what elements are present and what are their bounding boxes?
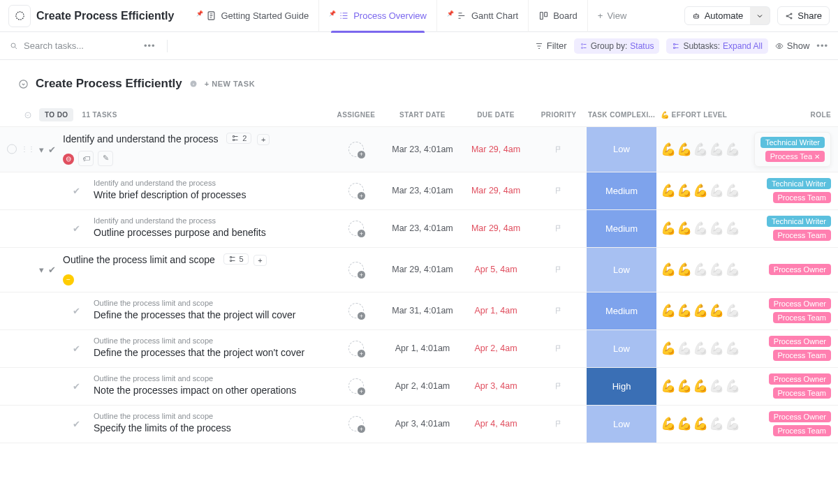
toolbar-more-icon[interactable]: ••• [816, 40, 828, 51]
cell-complexity[interactable]: Medium [587, 172, 656, 209]
assignee-placeholder-icon[interactable] [348, 221, 364, 236]
cell-start-date[interactable]: Apr 3, 4:01am [384, 419, 461, 429]
cell-effort[interactable]: 💪💪💪💪💪 [656, 378, 754, 394]
cell-assignee[interactable] [328, 303, 384, 318]
cell-due-date[interactable]: Apr 4, 4am [461, 419, 531, 429]
col-start[interactable]: START DATE [384, 111, 461, 119]
cell-start-date[interactable]: Mar 23, 4:01am [384, 144, 461, 154]
role-tag[interactable]: Process Team [773, 387, 832, 399]
cell-role[interactable]: Process OwnerProcess Team [754, 336, 838, 361]
status-pill[interactable]: TO DO [39, 108, 73, 121]
tab-board[interactable]: Board [528, 0, 587, 32]
search-input[interactable] [24, 40, 135, 51]
check-icon[interactable]: ✔ [73, 186, 80, 196]
cell-priority[interactable] [531, 186, 587, 195]
cell-assignee[interactable] [328, 262, 384, 277]
cell-role[interactable]: Technical WriterProcess Team [754, 178, 838, 203]
col-priority[interactable]: PRIORITY [531, 111, 587, 119]
assignee-placeholder-icon[interactable] [348, 378, 364, 394]
task-title[interactable]: Note the processes impact on other opera… [94, 384, 321, 398]
role-tag[interactable]: Process Tea✕ [765, 151, 825, 162]
role-tag[interactable]: Process Team [773, 192, 832, 203]
task-row[interactable]: ⋮⋮ ▾ ✔ Identify and understand the proce… [0, 127, 838, 172]
select-circle[interactable] [7, 144, 17, 154]
cell-role[interactable]: Process OwnerProcess Team [754, 298, 838, 323]
status-dot[interactable]: ⊖ [63, 154, 74, 165]
cell-complexity[interactable]: Low [587, 248, 656, 292]
cell-due-date[interactable]: Mar 29, 4am [461, 223, 531, 233]
cell-effort[interactable]: 💪💪💪💪💪 [656, 221, 754, 236]
task-row[interactable]: ✔ Identify and understand the process Wr… [0, 172, 838, 210]
cell-due-date[interactable]: Apr 5, 4am [461, 265, 531, 274]
role-tag[interactable]: Process Owner [769, 298, 831, 309]
cell-priority[interactable] [531, 224, 587, 232]
cell-priority[interactable] [531, 420, 587, 428]
cell-due-date[interactable]: Mar 29, 4am [461, 186, 531, 195]
task-title[interactable]: Identify and understand the process [63, 133, 219, 144]
cell-role[interactable]: Process OwnerProcess Team [754, 411, 838, 436]
drag-handle-icon[interactable]: ⋮⋮ [21, 147, 35, 151]
col-complexity[interactable]: TASK COMPLEXI... [587, 111, 656, 119]
tag-button[interactable]: 🏷 [78, 151, 94, 166]
cell-effort[interactable]: 💪💪💪💪💪 [656, 416, 754, 431]
chevron-down-icon[interactable]: ▾ [39, 144, 44, 154]
cell-assignee[interactable] [328, 221, 384, 236]
check-icon[interactable]: ✔ [73, 381, 80, 392]
filter-button[interactable]: Filter [535, 40, 567, 51]
role-tag[interactable]: Process Owner [769, 373, 831, 385]
task-row[interactable]: ✔ Outline the process limit and scope Sp… [0, 406, 838, 443]
cell-priority[interactable] [531, 265, 587, 274]
cell-complexity[interactable]: Medium [587, 292, 656, 329]
role-tag[interactable]: Process Team [773, 350, 832, 361]
tab-gantt[interactable]: 📌 Gantt Chart [436, 0, 528, 32]
assignee-placeholder-icon[interactable] [348, 262, 364, 277]
cell-start-date[interactable]: Apr 1, 4:01am [384, 343, 461, 353]
new-task-button[interactable]: + NEW TASK [205, 80, 255, 88]
add-subtask-button[interactable]: + [257, 134, 270, 145]
cell-complexity[interactable]: Low [587, 330, 656, 367]
cell-effort[interactable]: 💪💪💪💪💪 [656, 303, 754, 318]
assignee-placeholder-icon[interactable] [348, 341, 364, 356]
task-title[interactable]: Define the processes that the project wi… [94, 309, 321, 323]
caret-circle-icon[interactable] [18, 79, 29, 89]
cell-start-date[interactable]: Apr 2, 4:01am [384, 381, 461, 391]
tab-add-view[interactable]: + View [587, 0, 637, 32]
check-icon[interactable]: ✔ [48, 144, 56, 154]
col-due[interactable]: DUE DATE [461, 111, 531, 119]
subtask-count-badge[interactable]: 5 [223, 253, 249, 265]
cell-effort[interactable]: 💪💪💪💪💪 [656, 183, 754, 198]
task-row[interactable]: ✔ Outline the process limit and scope No… [0, 368, 838, 406]
automate-button[interactable]: Automate [684, 6, 751, 25]
cell-role[interactable]: Process Owner [754, 264, 838, 275]
cell-start-date[interactable]: Mar 23, 4:01am [384, 223, 461, 233]
cell-priority[interactable] [531, 382, 587, 390]
cell-effort[interactable]: 💪💪💪💪💪 [656, 341, 754, 356]
share-button[interactable]: Share [777, 6, 830, 25]
assignee-placeholder-icon[interactable] [348, 416, 364, 431]
cell-assignee[interactable] [328, 341, 384, 356]
check-icon[interactable]: ✔ [73, 306, 80, 316]
groupby-chip[interactable]: Group by: Status [574, 38, 660, 54]
role-tag[interactable]: Process Owner [769, 411, 831, 422]
automate-dropdown[interactable] [750, 6, 770, 25]
check-icon[interactable]: ✔ [48, 265, 56, 275]
task-title[interactable]: Outline the process limit and scope [63, 254, 215, 265]
cell-priority[interactable] [531, 344, 587, 353]
cell-role[interactable]: Technical WriterProcess Team [754, 216, 838, 241]
check-icon[interactable]: ✔ [73, 223, 80, 234]
cell-complexity[interactable]: Medium [587, 210, 656, 247]
close-icon[interactable]: ✕ [814, 153, 820, 161]
cell-effort[interactable]: 💪💪💪💪💪 [656, 142, 754, 157]
cell-role[interactable]: Process OwnerProcess Team [754, 373, 838, 399]
role-tag[interactable]: Process Team [773, 230, 832, 241]
cell-start-date[interactable]: Mar 29, 4:01am [384, 265, 461, 274]
role-tag[interactable]: Technical Writer [760, 137, 825, 148]
cell-role[interactable]: Technical WriterProcess Tea✕ [754, 132, 838, 167]
task-title[interactable]: Define the processes that the project wo… [94, 346, 321, 360]
role-tag[interactable]: Process Owner [769, 336, 831, 347]
subtask-count-badge[interactable]: 2 [226, 133, 251, 144]
col-role[interactable]: ROLE [754, 111, 838, 119]
task-title[interactable]: Specify the limits of the process [94, 422, 321, 436]
role-tag[interactable]: Technical Writer [767, 178, 831, 189]
role-tag[interactable]: Process Team [773, 425, 832, 436]
